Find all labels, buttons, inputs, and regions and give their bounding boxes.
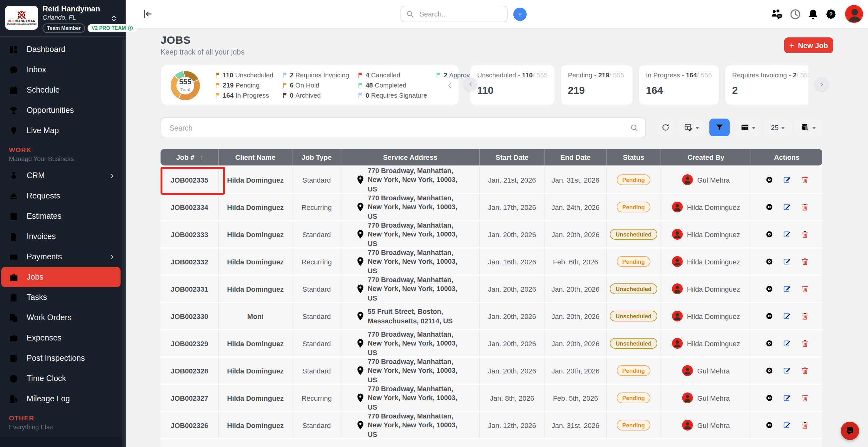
notifications-icon[interactable] (807, 8, 819, 20)
delete-job-icon[interactable] (800, 367, 809, 375)
cell-job-number[interactable]: JOB002327 (160, 385, 219, 411)
delete-job-icon[interactable] (800, 230, 809, 238)
view-job-icon[interactable] (765, 285, 773, 293)
cell-job-number[interactable]: JOB002329 (160, 330, 219, 356)
status-card[interactable]: In Progress - 164/ 555 164 (638, 65, 719, 105)
sidebar-item[interactable]: Expenses (0, 328, 122, 348)
cell-job-number[interactable]: JOB002328 (160, 357, 219, 384)
edit-job-icon[interactable] (783, 257, 791, 266)
view-job-icon[interactable] (765, 367, 773, 375)
collapse-company-icon[interactable] (110, 13, 118, 24)
table-row[interactable]: JOB002330 Moni Standard 55 Fruit Street,… (160, 303, 822, 329)
sidebar-item[interactable]: Opportunities (0, 100, 122, 121)
delete-job-icon[interactable] (800, 421, 809, 429)
cell-job-number[interactable]: JOB002330 (160, 303, 219, 329)
sidebar-item[interactable]: Estimates (0, 206, 122, 226)
sidebar-item[interactable]: Dashboard (0, 39, 122, 60)
delete-job-icon[interactable] (800, 203, 809, 211)
status-card[interactable]: Unscheduled - 110/ 555 110 (469, 65, 555, 105)
delete-job-icon[interactable] (800, 176, 809, 184)
table-row[interactable]: JOB002329 Hilda Dominguez Standard 770 B… (160, 330, 822, 356)
edit-job-icon[interactable] (783, 230, 791, 238)
sidebar-item[interactable]: Schedule (0, 80, 122, 100)
header-created-by[interactable]: Created By (661, 149, 751, 166)
bulk-edit-button[interactable] (678, 118, 704, 136)
cards-next-button[interactable] (815, 77, 828, 91)
sidebar-item[interactable]: CRM (0, 166, 122, 186)
edit-job-icon[interactable] (783, 339, 791, 347)
table-row[interactable]: JOB002326 Hilda Dominguez Standard 770 B… (160, 412, 822, 438)
status-card[interactable]: Requires Invoicing - 2/ 555 2 (724, 65, 808, 105)
header-client-name[interactable]: Client Name (219, 149, 292, 166)
table-search-input[interactable] (168, 123, 630, 132)
edit-job-icon[interactable] (783, 421, 791, 429)
legend-prev-icon[interactable] (447, 81, 453, 90)
view-job-icon[interactable] (765, 230, 773, 238)
sidebar-item[interactable]: Invoices (0, 226, 122, 247)
new-job-button[interactable]: + New Job (784, 37, 833, 53)
edit-job-icon[interactable] (783, 176, 791, 184)
page-size-select[interactable]: 25 (765, 118, 790, 136)
table-row[interactable]: JOB002334 Hilda Dominguez Recurring 770 … (160, 194, 822, 220)
edit-job-icon[interactable] (783, 394, 791, 402)
sort-asc-icon[interactable]: ↑ (199, 154, 203, 161)
sidebar-item[interactable]: Payments (0, 247, 122, 267)
filter-button[interactable] (709, 118, 730, 136)
company-card[interactable]: REIDHANDYMAN ORLANDO'S #1 HANDYMAN SERVI… (0, 0, 126, 37)
help-icon[interactable] (825, 8, 837, 20)
cell-job-number[interactable]: JOB002331 (160, 276, 219, 302)
delete-job-icon[interactable] (800, 339, 809, 347)
delete-job-icon[interactable] (800, 394, 809, 402)
header-end-date[interactable]: End Date (545, 149, 607, 166)
support-chat-button[interactable] (841, 422, 859, 440)
team-chat-icon[interactable] (771, 8, 783, 20)
view-job-icon[interactable] (765, 339, 773, 347)
collapse-sidebar-icon[interactable] (142, 8, 154, 20)
header-status[interactable]: Status (607, 149, 661, 166)
view-job-icon[interactable] (765, 421, 773, 429)
view-job-icon[interactable] (765, 203, 773, 211)
table-row[interactable]: JOB002327 Hilda Dominguez Recurring 770 … (160, 385, 822, 411)
quick-add-button[interactable]: + (513, 8, 527, 21)
edit-job-icon[interactable] (783, 312, 791, 320)
header-service-address[interactable]: Service Address (341, 149, 480, 166)
pro-team-badge[interactable]: V2 PRO TEAM (88, 24, 137, 32)
global-search-input[interactable] (418, 9, 502, 19)
sidebar-item[interactable]: Mileage Log (0, 389, 122, 409)
sidebar-item[interactable]: Inbox (0, 60, 122, 80)
sidebar-item[interactable]: Jobs (1, 267, 121, 287)
cell-job-number[interactable]: JOB002334 (160, 194, 219, 220)
header-job-type[interactable]: Job Type (292, 149, 341, 166)
cards-prev-button[interactable] (464, 77, 477, 91)
sidebar-item[interactable]: Live Map (0, 121, 122, 141)
sidebar-item[interactable]: Time Clock (0, 368, 122, 389)
delete-job-icon[interactable] (800, 312, 809, 320)
header-start-date[interactable]: Start Date (480, 149, 545, 166)
view-job-icon[interactable] (765, 176, 773, 184)
table-row[interactable]: JOB002331 Hilda Dominguez Standard 770 B… (160, 276, 822, 302)
status-card[interactable]: Pending - 219/ 555 219 (560, 65, 633, 105)
edit-job-icon[interactable] (783, 285, 791, 293)
export-button[interactable] (795, 118, 822, 136)
cell-job-number[interactable]: JOB002335 (160, 167, 219, 193)
user-avatar[interactable] (844, 4, 864, 24)
table-row[interactable]: JOB002333 Hilda Dominguez Standard 770 B… (160, 221, 822, 247)
edit-job-icon[interactable] (783, 203, 791, 211)
delete-job-icon[interactable] (800, 285, 809, 293)
delete-job-icon[interactable] (800, 257, 809, 266)
cell-job-number[interactable]: JOB002333 (160, 221, 219, 247)
cell-job-number[interactable]: JOB002326 (160, 412, 219, 438)
sidebar-item[interactable]: Work Orders (0, 308, 122, 328)
view-job-icon[interactable] (765, 312, 773, 320)
table-row[interactable]: JOB002332 Hilda Dominguez Recurring 770 … (160, 248, 822, 275)
table-row[interactable]: JOB002335 Hilda Dominguez Standard 770 B… (160, 167, 822, 193)
sidebar-item[interactable]: Tasks (0, 287, 122, 308)
sidebar-item[interactable]: Post Inspections (0, 348, 122, 368)
header-job-number[interactable]: Job #↑ (160, 149, 219, 166)
edit-job-icon[interactable] (783, 367, 791, 375)
recent-activity-icon[interactable] (789, 8, 801, 20)
sidebar-item[interactable]: Requests (0, 186, 122, 206)
table-row[interactable]: JOB002328 Hilda Dominguez Standard 770 B… (160, 357, 822, 384)
view-job-icon[interactable] (765, 257, 773, 266)
cell-job-number[interactable]: JOB002332 (160, 248, 219, 275)
